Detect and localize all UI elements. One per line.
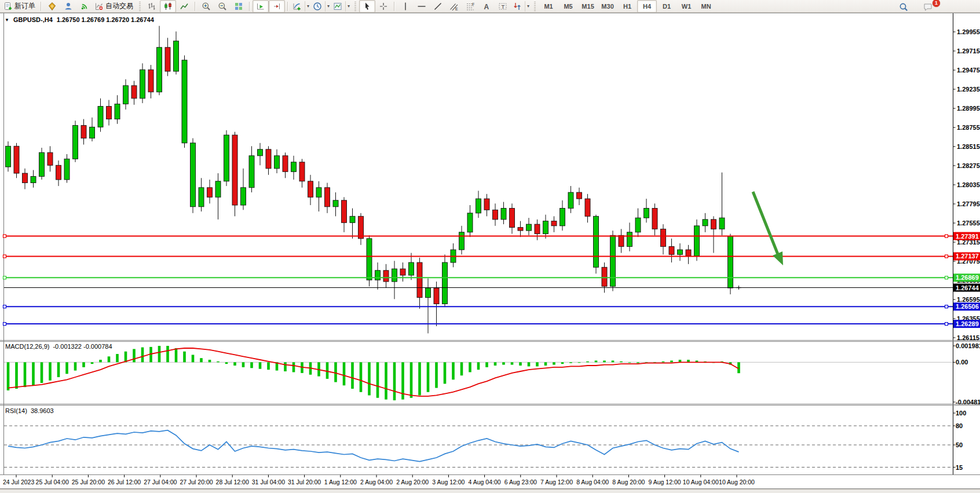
search-icon[interactable] [895, 1, 912, 13]
price-tick-label: 1.28995 [957, 105, 980, 112]
hline-handle[interactable] [3, 323, 6, 326]
zoom-in-button[interactable] [198, 0, 214, 13]
chat-icon[interactable]: 1 [920, 1, 936, 13]
cursor-tool-button[interactable] [359, 0, 375, 13]
rsi-name: RSI(14) [5, 407, 27, 414]
hline-handle[interactable] [3, 276, 6, 279]
trend-arrow-annotation[interactable] [753, 192, 779, 257]
button-label: M15 [582, 3, 594, 10]
macd-bar [217, 361, 220, 362]
timeframe-W1[interactable]: W1 [677, 0, 696, 13]
chart-window[interactable]: 1.299551.297151.294751.292351.289951.287… [0, 13, 980, 488]
crosshair-tool-button[interactable] [375, 0, 392, 13]
macd-bar [519, 362, 522, 366]
timeframe-MN[interactable]: MN [696, 0, 716, 13]
autotrading-button[interactable]: 自动交易 [93, 0, 136, 13]
price-tag-label: 1.26289 [956, 320, 979, 327]
macd-bar [7, 362, 10, 390]
macd-bar [166, 346, 169, 362]
community-button[interactable] [60, 0, 76, 13]
hline-handle[interactable] [3, 305, 6, 308]
candle-body [73, 126, 78, 159]
price-tick-label: 1.29475 [957, 67, 980, 74]
chart-type-bars-button[interactable] [144, 0, 160, 13]
draw-vline-button[interactable] [397, 0, 414, 13]
hline-handle[interactable] [945, 305, 948, 308]
hline-handle[interactable] [945, 235, 948, 238]
timeframe-M5[interactable]: M5 [558, 0, 578, 13]
timeframe-H1[interactable]: H1 [617, 0, 637, 13]
draw-arrows-button[interactable]: ▾ [511, 0, 531, 13]
macd-bar [351, 362, 354, 389]
price-tick-label: 1.26595 [957, 296, 980, 303]
candle-body [325, 188, 330, 207]
hline-handle[interactable] [3, 255, 6, 258]
crosshair-icon [379, 2, 388, 11]
macd-bar [410, 362, 413, 397]
zoom-out-button[interactable] [214, 0, 231, 13]
draw-text-label-button[interactable]: T [495, 0, 511, 13]
draw-hline-button[interactable] [414, 0, 430, 13]
candle-body [728, 236, 733, 288]
hline-handle[interactable] [945, 255, 948, 258]
svg-text:T: T [502, 3, 505, 9]
chart-shift-button[interactable] [269, 0, 285, 13]
macd-bar [267, 362, 270, 370]
time-tick-label: 27 Jul 20:00 [180, 479, 213, 485]
hline-handle[interactable] [945, 276, 948, 279]
auto-scroll-button[interactable] [253, 0, 269, 13]
macd-bar [628, 362, 631, 363]
candle-body [594, 216, 599, 267]
candle-body [434, 288, 439, 304]
candle-body [207, 188, 213, 198]
timeframe-M15[interactable]: M15 [578, 0, 598, 13]
signals-button[interactable] [76, 0, 93, 13]
chat-icon [923, 2, 933, 12]
chart-shift-icon [272, 2, 281, 11]
macd-bar [544, 362, 547, 366]
chart-type-candles-button[interactable] [160, 0, 176, 13]
candle-body [526, 224, 532, 231]
macd-bar [99, 360, 102, 362]
candle-body [241, 188, 246, 205]
timeframe-M1[interactable]: M1 [539, 0, 558, 13]
text-icon: A [482, 2, 491, 11]
toolbar-separator [287, 2, 288, 11]
price-tag-label: 1.27137 [956, 253, 979, 260]
candle-body [585, 199, 590, 216]
draw-trendline-button[interactable] [430, 0, 446, 13]
hline-handle[interactable] [3, 235, 6, 238]
draw-fibonacci-button[interactable]: F [462, 0, 478, 13]
price-tick-label: 1.28515 [957, 143, 980, 150]
macd-bar [334, 362, 337, 382]
templates-button[interactable]: ▾ [331, 0, 352, 13]
indicators-list-button[interactable]: ▾ [291, 0, 311, 13]
rsi-value: 38.9603 [31, 407, 54, 414]
candle-body [23, 173, 28, 183]
macd-bar [494, 362, 497, 366]
draw-text-button[interactable]: A [478, 0, 495, 13]
candle-body [392, 269, 397, 282]
candle-body [476, 199, 481, 213]
hline-handle[interactable] [945, 323, 948, 326]
timeframe-H4[interactable]: H4 [637, 0, 657, 13]
macd-bar [65, 362, 68, 374]
candle-body [333, 200, 338, 207]
styler-button[interactable] [44, 0, 60, 13]
macd-bar [460, 362, 463, 375]
draw-channel-button[interactable]: E [446, 0, 462, 13]
timeframe-D1[interactable]: D1 [657, 0, 677, 13]
chart-type-line-button[interactable] [176, 0, 192, 13]
chart-canvas[interactable]: 1.299551.297151.294751.292351.289951.287… [0, 13, 980, 488]
toolbar-grip [534, 2, 536, 11]
periods-button[interactable]: ▾ [311, 0, 331, 13]
signals-icon [80, 2, 89, 11]
time-tick-label: 8 Aug 04:00 [576, 479, 609, 485]
timeframe-M30[interactable]: M30 [598, 0, 617, 13]
candle-body [669, 247, 674, 255]
macd-bar [292, 362, 295, 372]
tile-windows-button[interactable] [231, 0, 247, 13]
macd-bar [32, 362, 35, 385]
new-order-button[interactable]: 新订单 [2, 0, 38, 13]
collapse-icon[interactable]: ▼ [5, 17, 9, 23]
